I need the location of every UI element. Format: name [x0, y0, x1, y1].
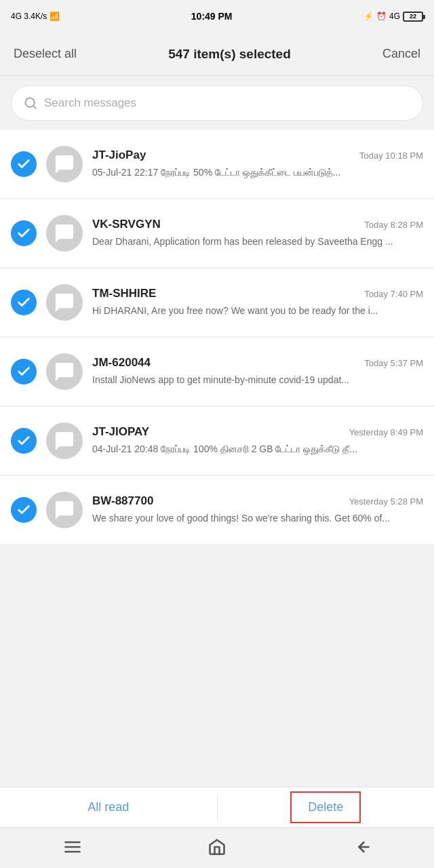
list-item[interactable]: JM-620044 Today 5:37 PM Install JioNews …: [0, 338, 434, 406]
message-preview: Dear Dharani, Application form has been …: [92, 235, 423, 249]
sender-name: JM-620044: [92, 356, 151, 370]
avatar: [46, 146, 83, 182]
message-preview: Install JioNews app to get minute-by-min…: [92, 373, 423, 387]
all-read-button[interactable]: All read: [0, 787, 217, 827]
checkbox-selected[interactable]: [11, 290, 37, 315]
search-bar[interactable]: Search messages: [11, 85, 423, 121]
status-left: 4G 3.4K/s 📶: [11, 12, 60, 21]
list-item[interactable]: VK-SRVGYN Today 8:28 PM Dear Dharani, Ap…: [0, 199, 434, 267]
checkbox-selected[interactable]: [11, 428, 37, 454]
list-item[interactable]: JT-JioPay Today 10:18 PM 05-Jul-21 22:17…: [0, 130, 434, 198]
message-content: TM-SHHIRE Today 7:40 PM Hi DHARANI, Are …: [92, 287, 423, 318]
delete-wrapper: Delete: [218, 787, 435, 827]
selected-count: 547 item(s) selected: [168, 47, 291, 62]
message-preview: We share your love of good things! So we…: [92, 511, 423, 526]
search-icon: [24, 96, 37, 110]
action-bar: Deselect all 547 item(s) selected Cancel: [0, 33, 434, 76]
message-time: Today 10:18 PM: [359, 151, 423, 161]
message-content: VK-SRVGYN Today 8:28 PM Dear Dharani, Ap…: [92, 218, 423, 249]
bottom-action-bar: All read Delete: [0, 787, 434, 827]
menu-icon[interactable]: [63, 837, 82, 859]
message-list: JT-JioPay Today 10:18 PM 05-Jul-21 22:17…: [0, 130, 434, 544]
back-icon[interactable]: [352, 837, 371, 859]
signal-text: 4G 3.4K/s: [11, 12, 47, 21]
status-right: ⚡ ⏰ 4G 22: [363, 12, 423, 22]
avatar: [46, 353, 83, 390]
checkbox-selected[interactable]: [11, 359, 37, 384]
signal-icon: 📶: [50, 12, 60, 21]
checkbox-selected[interactable]: [11, 220, 37, 246]
avatar: [46, 215, 83, 252]
checkbox-selected[interactable]: [11, 497, 37, 523]
list-item[interactable]: BW-887700 Yesterday 5:28 PM We share you…: [0, 476, 434, 544]
search-placeholder: Search messages: [44, 96, 136, 110]
message-time: Today 8:28 PM: [364, 220, 423, 230]
list-item[interactable]: TM-SHHIRE Today 7:40 PM Hi DHARANI, Are …: [0, 269, 434, 336]
message-content: BW-887700 Yesterday 5:28 PM We share you…: [92, 494, 423, 526]
message-time: Yesterday 5:28 PM: [349, 496, 423, 507]
avatar: [46, 284, 83, 321]
svg-line-1: [33, 106, 36, 108]
message-preview: 04-Jul-21 20:48 நேரப்படி 100% தினசரி 2 G…: [92, 442, 423, 456]
sender-name: VK-SRVGYN: [92, 218, 161, 231]
sender-name: BW-887700: [92, 494, 153, 508]
battery-icon: 22: [403, 12, 423, 22]
message-preview: 05-Jul-21 22:17 நேரப்படி 50% டேட்டா ஒதுக…: [92, 165, 423, 180]
message-time: Yesterday 8:49 PM: [349, 427, 423, 437]
deselect-all-button[interactable]: Deselect all: [14, 47, 77, 61]
list-item[interactable]: JT-JIOPAY Yesterday 8:49 PM 04-Jul-21 20…: [0, 407, 434, 475]
message-time: Today 5:37 PM: [364, 358, 423, 368]
sender-name: JT-JioPay: [92, 149, 146, 162]
message-time: Today 7:40 PM: [364, 289, 423, 299]
delete-button[interactable]: Delete: [290, 791, 361, 823]
status-time: 10:49 PM: [191, 11, 233, 22]
alarm-icon: ⏰: [376, 12, 387, 21]
cancel-button[interactable]: Cancel: [382, 47, 420, 61]
message-preview: Hi DHARANI, Are you free now? We want yo…: [92, 304, 423, 318]
message-content: JT-JioPay Today 10:18 PM 05-Jul-21 22:17…: [92, 149, 423, 180]
bluetooth-icon: ⚡: [363, 12, 374, 21]
network-icon: 4G: [389, 12, 400, 21]
home-icon[interactable]: [208, 837, 226, 859]
sender-name: JT-JIOPAY: [92, 425, 149, 439]
message-content: JM-620044 Today 5:37 PM Install JioNews …: [92, 356, 423, 387]
status-bar: 4G 3.4K/s 📶 10:49 PM ⚡ ⏰ 4G 22: [0, 0, 434, 33]
avatar: [46, 492, 83, 528]
checkbox-selected[interactable]: [11, 151, 37, 177]
sender-name: TM-SHHIRE: [92, 287, 156, 300]
search-container: Search messages: [0, 76, 434, 130]
nav-bar: [0, 827, 434, 868]
message-content: JT-JIOPAY Yesterday 8:49 PM 04-Jul-21 20…: [92, 425, 423, 456]
avatar: [46, 422, 83, 459]
